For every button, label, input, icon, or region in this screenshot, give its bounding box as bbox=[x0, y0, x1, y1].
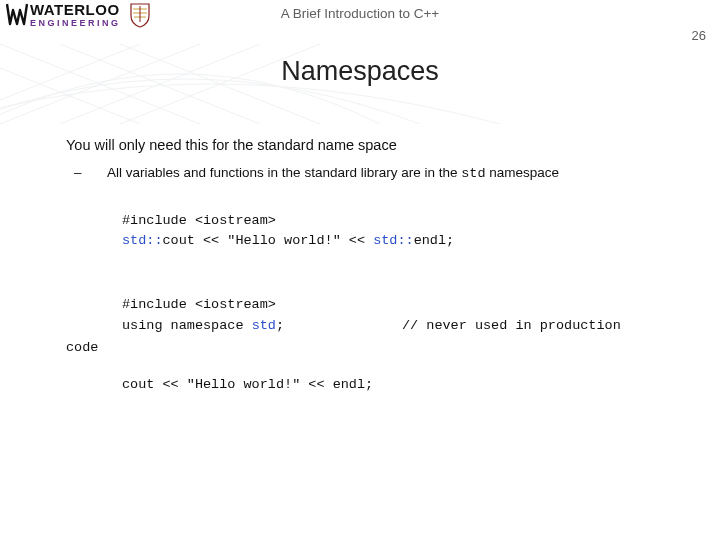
code2-comment: // never used in production bbox=[402, 316, 676, 337]
bullet-dash: – bbox=[90, 164, 104, 182]
code1-end: endl; bbox=[414, 233, 455, 248]
code2-kw: std bbox=[252, 318, 276, 333]
code2-line4: cout << "Hello world!" << endl; bbox=[122, 377, 373, 392]
code-block-1: #include <iostream> std::cout << "Hello … bbox=[122, 211, 676, 252]
intro-text: You will only need this for the standard… bbox=[66, 136, 676, 156]
slide-header: WATERLOO ENGINEERING A Brief Introductio… bbox=[0, 0, 720, 48]
slide: WATERLOO ENGINEERING A Brief Introductio… bbox=[0, 0, 720, 540]
slide-heading: Namespaces bbox=[0, 56, 720, 87]
bullet-kw: std bbox=[461, 166, 485, 181]
bullet-text-after: namespace bbox=[486, 165, 560, 180]
document-title: A Brief Introduction to C++ bbox=[0, 6, 720, 21]
code-block-3: cout << "Hello world!" << endl; bbox=[122, 375, 676, 395]
code2-note: code bbox=[66, 339, 676, 357]
slide-body: You will only need this for the standard… bbox=[66, 136, 676, 396]
code1-mid: cout << "Hello world!" << bbox=[163, 233, 374, 248]
code2-l2a: using namespace bbox=[122, 318, 252, 333]
bullet-line: – All variables and functions in the sta… bbox=[90, 164, 676, 183]
page-number: 26 bbox=[692, 28, 706, 43]
code1-kw1: std:: bbox=[122, 233, 163, 248]
code1-kw2: std:: bbox=[373, 233, 414, 248]
code2-line1: #include <iostream> bbox=[122, 297, 276, 312]
code1-line1: #include <iostream> bbox=[122, 213, 276, 228]
bullet-text-before: All variables and functions in the stand… bbox=[107, 165, 461, 180]
code2-l2b: ; bbox=[276, 318, 284, 333]
code-block-2: #include <iostream> using namespace std;… bbox=[122, 295, 676, 337]
